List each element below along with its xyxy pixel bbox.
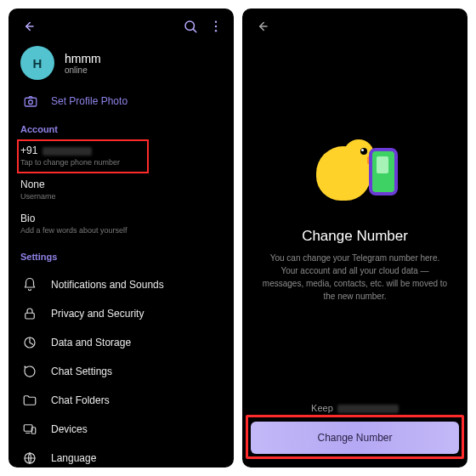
svg-point-3	[215, 21, 217, 23]
search-icon[interactable]	[181, 17, 200, 36]
svg-point-7	[29, 100, 33, 105]
settings-header: Settings	[8, 248, 234, 267]
svg-point-4	[215, 26, 217, 27]
top-bar	[8, 8, 234, 41]
settings-item-privacy-and-security[interactable]: Privacy and Security	[8, 299, 234, 328]
duck-illustration	[314, 141, 396, 212]
settings-item-devices[interactable]: Devices	[8, 415, 234, 444]
keep-label: Keep	[311, 403, 333, 413]
more-icon[interactable]	[207, 17, 225, 36]
account-phone-row[interactable]: +91 Tap to change phone number	[8, 139, 234, 173]
settings-item-label: Data and Storage	[51, 337, 131, 348]
devices-icon	[20, 422, 39, 437]
lock-icon	[20, 306, 39, 321]
disk-icon	[20, 335, 39, 350]
account-header: Account	[8, 121, 234, 139]
svg-point-5	[215, 30, 217, 31]
set-profile-photo-label: Set Profile Photo	[51, 95, 128, 107]
svg-rect-10	[24, 425, 32, 432]
keep-number-link[interactable]: Keep	[251, 403, 459, 413]
change-number-button-label: Change Number	[317, 432, 392, 444]
phone-number-redacted	[42, 147, 92, 156]
username-value: None	[20, 178, 222, 190]
bio-subtext: Add a few words about yourself	[20, 226, 222, 235]
phone-subtext: Tap to change phone number	[20, 158, 222, 167]
username-subtext: Username	[20, 192, 222, 201]
account-username-row[interactable]: None Username	[8, 173, 234, 207]
settings-item-language[interactable]: Language	[8, 444, 234, 468]
svg-line-2	[193, 29, 196, 31]
set-profile-photo-button[interactable]: Set Profile Photo	[8, 88, 234, 121]
folder-icon	[20, 393, 39, 408]
page-title: Change Number	[302, 228, 408, 245]
bell-icon	[20, 277, 39, 292]
settings-item-notifications-and-sounds[interactable]: Notifications and Sounds	[8, 270, 234, 299]
profile-header[interactable]: H hmmm online	[8, 41, 234, 88]
bio-value: Bio	[20, 212, 222, 224]
settings-item-chat-settings[interactable]: Chat Settings	[8, 357, 234, 386]
change-number-button[interactable]: Change Number	[251, 422, 459, 454]
avatar: H	[20, 46, 54, 80]
top-bar	[242, 8, 468, 44]
svg-rect-8	[26, 313, 35, 319]
chat-icon	[20, 364, 39, 379]
phone-prefix: +91	[20, 144, 37, 156]
change-number-screen: Change Number You can change your Telegr…	[242, 8, 468, 468]
settings-list: Notifications and SoundsPrivacy and Secu…	[8, 267, 234, 468]
page-description: You can change your Telegram number here…	[261, 252, 449, 303]
settings-item-label: Chat Folders	[51, 394, 110, 406]
settings-item-data-and-storage[interactable]: Data and Storage	[8, 328, 234, 357]
profile-status: online	[65, 65, 101, 75]
settings-item-label: Notifications and Sounds	[51, 279, 164, 291]
keep-number-redacted	[337, 405, 399, 413]
account-bio-row[interactable]: Bio Add a few words about yourself	[8, 207, 234, 241]
back-icon[interactable]	[19, 17, 37, 36]
settings-item-label: Privacy and Security	[51, 308, 144, 320]
settings-screen: H hmmm online Set Profile Photo Account …	[8, 8, 234, 468]
settings-item-label: Chat Settings	[51, 366, 112, 377]
settings-item-chat-folders[interactable]: Chat Folders	[8, 386, 234, 415]
camera-icon	[20, 94, 41, 109]
settings-item-label: Devices	[51, 423, 88, 435]
profile-name: hmmm	[65, 52, 101, 65]
back-icon[interactable]	[252, 17, 271, 36]
globe-icon	[20, 450, 39, 466]
svg-rect-6	[25, 98, 37, 106]
settings-item-label: Language	[51, 452, 96, 464]
